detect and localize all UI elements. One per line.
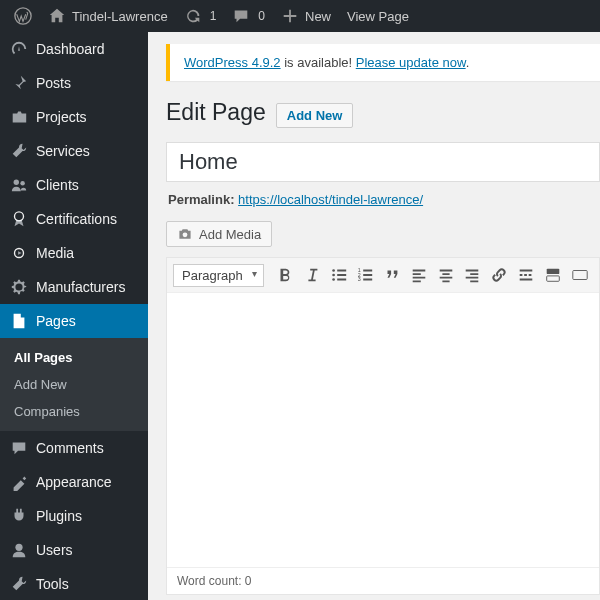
svg-point-8 bbox=[183, 232, 188, 237]
comments-count: 0 bbox=[258, 9, 265, 23]
sidebar-item-certifications[interactable]: Certifications bbox=[0, 202, 148, 236]
sidebar-item-manufacturers[interactable]: Manufacturers bbox=[0, 270, 148, 304]
appearance-icon bbox=[10, 473, 28, 491]
italic-button[interactable] bbox=[298, 262, 325, 288]
toolbar-toggle-button[interactable] bbox=[539, 262, 566, 288]
svg-point-1 bbox=[14, 180, 19, 185]
align-right-button[interactable] bbox=[459, 262, 486, 288]
admin-bar: Tindel-Lawrence 1 0 New View Page bbox=[0, 0, 600, 32]
dashboard-icon bbox=[10, 40, 28, 58]
bold-icon bbox=[276, 266, 294, 284]
awards-icon bbox=[10, 210, 28, 228]
editor-toolbar: Paragraph 123 bbox=[167, 258, 599, 293]
view-page-link[interactable]: View Page bbox=[339, 0, 417, 32]
menu-label: Appearance bbox=[36, 474, 112, 490]
new-content-link[interactable]: New bbox=[273, 0, 339, 32]
align-left-icon bbox=[410, 266, 428, 284]
format-select[interactable]: Paragraph bbox=[173, 264, 264, 287]
media-icon bbox=[10, 244, 28, 262]
menu-label: Comments bbox=[36, 440, 104, 456]
align-center-icon bbox=[437, 266, 455, 284]
submenu-add-new[interactable]: Add New bbox=[0, 371, 148, 398]
sidebar-item-plugins[interactable]: Plugins bbox=[0, 499, 148, 533]
menu-label: Posts bbox=[36, 75, 71, 91]
numbered-list-icon: 123 bbox=[356, 266, 374, 284]
read-more-button[interactable] bbox=[513, 262, 540, 288]
bold-button[interactable] bbox=[272, 262, 299, 288]
permalink-label: Permalink: bbox=[168, 192, 234, 207]
sidebar-item-dashboard[interactable]: Dashboard bbox=[0, 32, 148, 66]
pages-submenu: All Pages Add New Companies bbox=[0, 338, 148, 431]
sidebar-item-media[interactable]: Media bbox=[0, 236, 148, 270]
wp-logo[interactable] bbox=[6, 0, 40, 32]
portfolio-icon bbox=[10, 108, 28, 126]
svg-rect-17 bbox=[572, 271, 586, 280]
keyboard-button[interactable] bbox=[566, 262, 593, 288]
update-icon bbox=[184, 7, 202, 25]
menu-label: Users bbox=[36, 542, 73, 558]
editor-statusbar: Word count: 0 bbox=[167, 567, 599, 594]
sidebar-item-tools[interactable]: Tools bbox=[0, 567, 148, 600]
camera-icon bbox=[177, 226, 193, 242]
pin-icon bbox=[10, 74, 28, 92]
numbered-list-button[interactable]: 123 bbox=[352, 262, 379, 288]
quote-icon bbox=[383, 266, 401, 284]
submenu-companies[interactable]: Companies bbox=[0, 398, 148, 425]
sidebar-item-services[interactable]: Services bbox=[0, 134, 148, 168]
italic-icon bbox=[303, 266, 321, 284]
svg-point-5 bbox=[15, 544, 22, 551]
home-icon bbox=[48, 7, 66, 25]
main-content: WordPress 4.9.2 is available! Please upd… bbox=[148, 32, 600, 600]
sidebar-item-projects[interactable]: Projects bbox=[0, 100, 148, 134]
add-new-button[interactable]: Add New bbox=[276, 103, 354, 128]
svg-point-10 bbox=[332, 274, 335, 277]
svg-point-2 bbox=[20, 181, 25, 186]
updates-link[interactable]: 1 bbox=[176, 0, 225, 32]
update-now-link[interactable]: Please update now bbox=[356, 55, 466, 70]
align-center-button[interactable] bbox=[432, 262, 459, 288]
menu-label: Pages bbox=[36, 313, 76, 329]
align-right-icon bbox=[463, 266, 481, 284]
comments-link[interactable]: 0 bbox=[224, 0, 273, 32]
notice-suffix: . bbox=[466, 55, 470, 70]
svg-point-9 bbox=[332, 269, 335, 272]
gear-icon bbox=[10, 278, 28, 296]
submenu-all-pages[interactable]: All Pages bbox=[0, 344, 148, 371]
sidebar-item-users[interactable]: Users bbox=[0, 533, 148, 567]
editor: Paragraph 123 Word count: 0 bbox=[166, 257, 600, 595]
bullet-list-button[interactable] bbox=[325, 262, 352, 288]
tools-icon bbox=[10, 142, 28, 160]
site-name-link[interactable]: Tindel-Lawrence bbox=[40, 0, 176, 32]
read-more-icon bbox=[517, 266, 535, 284]
updates-count: 1 bbox=[210, 9, 217, 23]
comment-icon bbox=[232, 7, 250, 25]
blockquote-button[interactable] bbox=[379, 262, 406, 288]
menu-label: Manufacturers bbox=[36, 279, 125, 295]
sidebar-item-posts[interactable]: Posts bbox=[0, 66, 148, 100]
view-page-label: View Page bbox=[347, 9, 409, 24]
bullet-list-icon bbox=[330, 266, 348, 284]
comments-icon bbox=[10, 439, 28, 457]
post-title-input[interactable] bbox=[166, 142, 600, 182]
format-selected: Paragraph bbox=[182, 268, 243, 283]
sidebar-item-clients[interactable]: Clients bbox=[0, 168, 148, 202]
users-icon bbox=[10, 541, 28, 559]
sidebar-item-comments[interactable]: Comments bbox=[0, 431, 148, 465]
editor-content-area[interactable] bbox=[167, 293, 599, 567]
wp-version-link[interactable]: WordPress 4.9.2 bbox=[184, 55, 281, 70]
menu-label: Projects bbox=[36, 109, 87, 125]
menu-label: Services bbox=[36, 143, 90, 159]
link-button[interactable] bbox=[486, 262, 513, 288]
permalink-row: Permalink: https://localhost/tindel-lawr… bbox=[168, 192, 598, 207]
svg-rect-15 bbox=[546, 269, 559, 274]
sidebar-item-appearance[interactable]: Appearance bbox=[0, 465, 148, 499]
svg-text:3: 3 bbox=[358, 276, 361, 282]
page-heading-row: Edit Page Add New bbox=[166, 99, 600, 128]
align-left-button[interactable] bbox=[406, 262, 433, 288]
page-title: Edit Page bbox=[166, 99, 266, 126]
sidebar-item-pages[interactable]: Pages bbox=[0, 304, 148, 338]
plus-icon bbox=[281, 7, 299, 25]
plugins-icon bbox=[10, 507, 28, 525]
add-media-button[interactable]: Add Media bbox=[166, 221, 272, 247]
permalink-url[interactable]: https://localhost/tindel-lawrence/ bbox=[238, 192, 423, 207]
